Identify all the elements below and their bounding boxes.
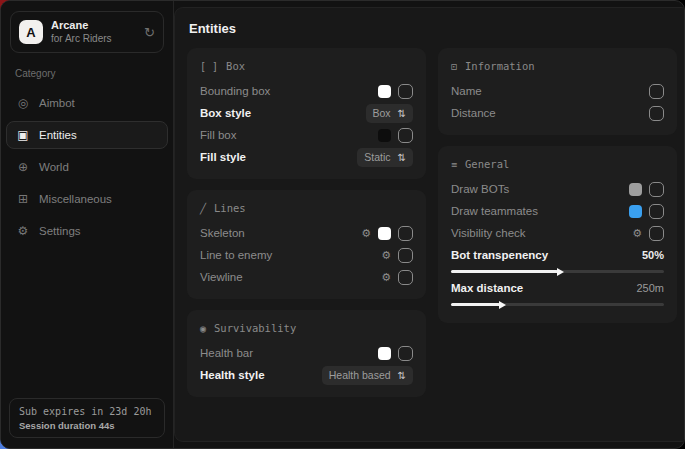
max-distance-slider[interactable] (451, 303, 664, 306)
row-distance: Distance (451, 102, 664, 124)
page-title: Entities (189, 21, 677, 36)
chevron-updown-icon: ⇅ (398, 370, 406, 381)
panel-box: [ ] Box Bounding box Box style (187, 48, 426, 179)
fill-box-checkbox[interactable] (398, 128, 413, 143)
skeleton-checkbox[interactable] (398, 226, 413, 241)
main-wrap: Entities [ ] Box Bounding box (174, 1, 685, 448)
box-style-dropdown[interactable]: Box ⇅ (366, 104, 413, 123)
bounding-box-checkbox[interactable] (398, 84, 413, 99)
row-fill-box: Fill box (200, 124, 413, 146)
health-style-dropdown[interactable]: Health based ⇅ (322, 366, 413, 385)
gear-icon[interactable]: ⚙ (381, 271, 391, 284)
refresh-icon[interactable]: ↻ (144, 25, 155, 40)
right-column: ⊡ Information Name Distance (438, 48, 677, 397)
sidebar-item-label: World (39, 161, 69, 173)
settings-icon: ⚙ (16, 224, 30, 238)
row-label: Visibility check (451, 227, 632, 239)
draw-bots-checkbox[interactable] (649, 182, 664, 197)
app-subtitle: for Arc Riders (51, 33, 136, 46)
row-label: Draw teammates (451, 205, 629, 217)
main-content: Entities [ ] Box Bounding box (174, 7, 685, 442)
row-health-style: Health style Health based ⇅ (200, 364, 413, 386)
distance-checkbox[interactable] (649, 106, 664, 121)
miscellaneous-icon: ⊞ (16, 192, 30, 206)
row-visibility-check: Visibility check ⚙ (451, 222, 664, 244)
viewline-checkbox[interactable] (398, 270, 413, 285)
sidebar-item-entities[interactable]: ▣ Entities (6, 121, 168, 149)
bot-transparency-slider[interactable] (451, 270, 664, 273)
draw-teammates-checkbox[interactable] (649, 204, 664, 219)
panel-survivability: ◉ Survivability Health bar Health style (187, 310, 426, 397)
name-checkbox[interactable] (649, 84, 664, 99)
row-label: Name (451, 85, 649, 97)
aimbot-icon: ◎ (16, 96, 30, 110)
sidebar-item-aimbot[interactable]: ◎ Aimbot (6, 89, 168, 117)
sub-expiry-text: Sub expires in 23d 20h (19, 406, 155, 417)
row-bounding-box: Bounding box (200, 80, 413, 102)
category-label: Category (15, 68, 159, 79)
session-duration-text: Session duration 44s (19, 420, 155, 431)
color-swatch[interactable] (378, 347, 391, 360)
panel-general: ≡ General Draw BOTs Draw teammates (438, 146, 677, 323)
row-name: Name (451, 80, 664, 102)
sidebar-item-miscellaneous[interactable]: ⊞ Miscellaneous (6, 185, 168, 213)
color-swatch[interactable] (378, 85, 391, 98)
sidebar-item-label: Entities (39, 129, 77, 141)
row-draw-teammates: Draw teammates (451, 200, 664, 222)
gear-icon[interactable]: ⚙ (381, 249, 391, 262)
color-swatch[interactable] (629, 205, 642, 218)
row-label: Bounding box (200, 85, 378, 97)
health-bar-checkbox[interactable] (398, 346, 413, 361)
panel-title: General (465, 158, 509, 170)
color-swatch[interactable] (629, 183, 642, 196)
row-label: Skeleton (200, 227, 361, 239)
survivability-icon: ◉ (200, 323, 206, 334)
visibility-check-checkbox[interactable] (649, 226, 664, 241)
app-logo: A (19, 20, 43, 44)
slider-fill (451, 270, 558, 273)
row-label: Max distance (451, 282, 636, 294)
lines-icon: ╱ (200, 203, 206, 214)
panel-lines: ╱ Lines Skeleton ⚙ Line to enemy (187, 190, 426, 299)
slider-fill (451, 303, 500, 306)
row-label: Line to enemy (200, 249, 381, 261)
row-bot-transparency: Bot transpenency 50% (451, 246, 664, 273)
row-label: Distance (451, 107, 649, 119)
general-icon: ≡ (451, 159, 457, 170)
dropdown-value: Static (364, 151, 390, 163)
row-label: Viewline (200, 271, 381, 283)
panel-title: Box (226, 60, 245, 72)
sidebar: A Arcane for Arc Riders ↻ Category ◎ Aim… (1, 1, 174, 448)
panel-information: ⊡ Information Name Distance (438, 48, 677, 135)
row-label: Health bar (200, 347, 378, 359)
row-line-to-enemy: Line to enemy ⚙ (200, 244, 413, 266)
app-name: Arcane (51, 19, 136, 33)
left-column: [ ] Box Bounding box Box style (187, 48, 426, 397)
dropdown-value: Box (373, 107, 391, 119)
sidebar-item-world[interactable]: ⊕ World (6, 153, 168, 181)
entities-icon: ▣ (16, 128, 30, 142)
row-health-bar: Health bar (200, 342, 413, 364)
sidebar-item-label: Aimbot (39, 97, 75, 109)
chevron-updown-icon: ⇅ (398, 152, 406, 163)
gear-icon[interactable]: ⚙ (632, 227, 642, 240)
line-to-enemy-checkbox[interactable] (398, 248, 413, 263)
row-box-style: Box style Box ⇅ (200, 102, 413, 124)
row-label: Bot transpenency (451, 249, 642, 261)
subscription-info-card: Sub expires in 23d 20h Session duration … (9, 398, 165, 438)
sidebar-item-settings[interactable]: ⚙ Settings (6, 217, 168, 245)
chevron-updown-icon: ⇅ (398, 108, 406, 119)
row-label: Box style (200, 107, 366, 119)
color-swatch[interactable] (378, 227, 391, 240)
world-icon: ⊕ (16, 160, 30, 174)
color-swatch[interactable] (378, 129, 391, 142)
row-max-distance: Max distance 250m (451, 279, 664, 306)
slider-value: 250m (636, 282, 664, 294)
row-label: Health style (200, 369, 322, 381)
panel-title: Survivability (214, 322, 296, 334)
sidebar-item-label: Miscellaneous (39, 193, 112, 205)
row-label: Fill box (200, 129, 378, 141)
dropdown-value: Health based (329, 369, 391, 381)
gear-icon[interactable]: ⚙ (361, 227, 371, 240)
fill-style-dropdown[interactable]: Static ⇅ (357, 148, 413, 167)
